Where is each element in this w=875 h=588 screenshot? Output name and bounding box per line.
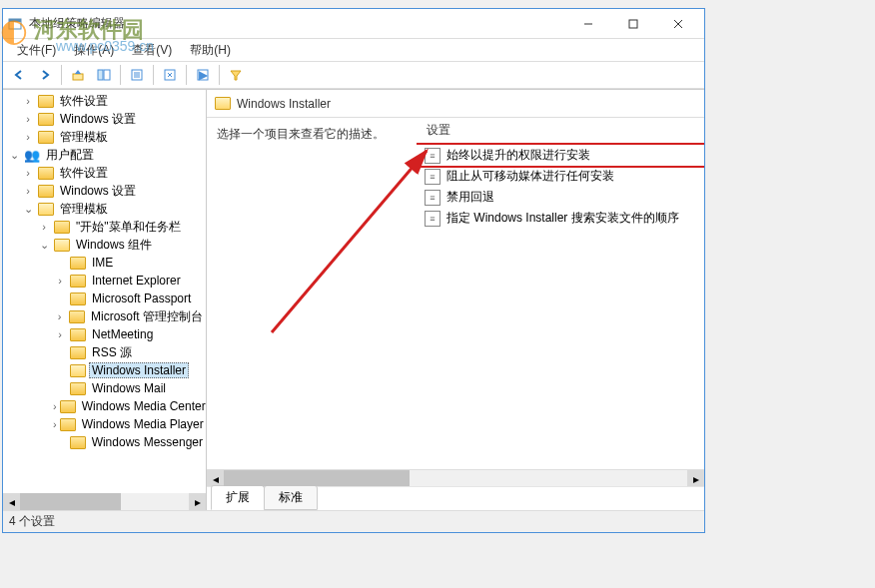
scroll-thumb[interactable] (20, 493, 121, 510)
folder-icon (69, 308, 85, 324)
tree-node-user-config[interactable]: ⌄👥用户配置 (3, 146, 206, 164)
tree-node-admin-templates[interactable]: ›管理模板 (3, 128, 206, 146)
expand-icon[interactable]: › (21, 113, 35, 125)
scroll-left-button[interactable]: ◂ (3, 493, 20, 510)
gpedit-window: 本地组策略编辑器 文件(F) 操作(A) 查看(V) 帮助(H) ▶ ›软件设置… (2, 8, 705, 533)
tree-hscrollbar[interactable]: ◂ ▸ (3, 493, 206, 510)
tab-standard[interactable]: 标准 (264, 485, 318, 510)
expand-icon[interactable]: › (21, 185, 35, 197)
folder-open-icon (54, 237, 70, 253)
content-title: Windows Installer (237, 97, 331, 111)
expand-icon[interactable]: › (21, 95, 35, 107)
up-button[interactable] (66, 63, 90, 87)
scroll-track[interactable] (20, 493, 189, 510)
tree-node-start-taskbar[interactable]: ›"开始"菜单和任务栏 (3, 218, 206, 236)
tree-node-rss[interactable]: RSS 源 (3, 343, 206, 361)
expand-icon[interactable]: › (21, 167, 35, 179)
back-button[interactable] (7, 63, 31, 87)
filter-button[interactable] (224, 63, 248, 87)
tree-node-netmeeting[interactable]: ›NetMeeting (3, 325, 206, 343)
tree-node-software-settings-2[interactable]: ›软件设置 (3, 164, 206, 182)
help-button[interactable]: ▶ (191, 63, 215, 87)
tree-node-windows-components[interactable]: ⌄Windows 组件 (3, 236, 206, 254)
settings-column: 设置 ≡ 始终以提升的权限进行安装 ≡ 阻止从可移动媒体进行任何安装 ≡ 禁用回… (417, 118, 704, 469)
tree-pane: ›软件设置 ›Windows 设置 ›管理模板 ⌄👥用户配置 ›软件设置 ›Wi… (3, 90, 207, 510)
expand-icon[interactable]: › (53, 328, 67, 340)
tab-extended[interactable]: 扩展 (211, 485, 265, 510)
folder-icon (60, 398, 76, 414)
policy-icon: ≡ (425, 211, 440, 227)
tree-node-admin-templates-2[interactable]: ⌄管理模板 (3, 200, 206, 218)
tree-node-software-settings[interactable]: ›软件设置 (3, 92, 206, 110)
policy-icon: ≡ (425, 148, 440, 164)
policy-icon: ≡ (425, 190, 440, 206)
folder-open-icon (215, 97, 231, 110)
expand-icon[interactable]: › (37, 221, 51, 233)
expand-icon[interactable]: › (53, 418, 57, 430)
folder-icon (38, 93, 54, 109)
show-hide-tree-button[interactable] (92, 63, 116, 87)
content-tabs: 扩展 标准 (207, 486, 704, 510)
policy-item-removable[interactable]: ≡ 阻止从可移动媒体进行任何安装 (417, 166, 704, 187)
policy-item-search-order[interactable]: ≡ 指定 Windows Installer 搜索安装文件的顺序 (417, 208, 704, 229)
tree-node-windows-installer[interactable]: Windows Installer (3, 361, 206, 379)
expand-icon[interactable]: › (21, 131, 35, 143)
svg-rect-3 (629, 20, 637, 28)
policy-label: 禁用回退 (446, 189, 494, 206)
collapse-icon[interactable]: ⌄ (21, 203, 35, 216)
tree-node-ime[interactable]: IME (3, 254, 206, 272)
close-button[interactable] (655, 10, 700, 38)
folder-open-icon (70, 362, 86, 378)
tree-node-passport[interactable]: Microsoft Passport (3, 290, 206, 307)
folder-open-icon (38, 201, 54, 217)
tree-node-windows-mail[interactable]: Windows Mail (3, 379, 206, 397)
expand-icon[interactable]: › (53, 400, 57, 412)
description-column: 选择一个项目来查看它的描述。 (207, 118, 417, 469)
content-hscrollbar[interactable]: ◂ ▸ (207, 469, 704, 486)
menu-file[interactable]: 文件(F) (9, 40, 64, 61)
folder-icon (70, 255, 86, 271)
maximize-button[interactable] (610, 10, 655, 38)
tree-node-mmc[interactable]: ›Microsoft 管理控制台 (3, 307, 206, 325)
expand-icon[interactable]: › (53, 310, 66, 322)
toolbar: ▶ (3, 61, 704, 89)
refresh-button[interactable] (158, 63, 182, 87)
tree-node-ie[interactable]: ›Internet Explorer (3, 272, 206, 290)
forward-button[interactable] (33, 63, 57, 87)
tree-node-wmc[interactable]: ›Windows Media Center (3, 397, 206, 415)
column-header-setting[interactable]: 设置 (417, 118, 704, 145)
collapse-icon[interactable]: ⌄ (7, 149, 21, 162)
folder-icon (70, 326, 86, 342)
folder-icon (70, 273, 86, 289)
tree-node-windows-settings-2[interactable]: ›Windows 设置 (3, 182, 206, 200)
toolbar-separator (120, 65, 121, 85)
app-icon (7, 16, 23, 32)
user-icon: 👥 (24, 147, 40, 163)
tree-scroll[interactable]: ›软件设置 ›Windows 设置 ›管理模板 ⌄👥用户配置 ›软件设置 ›Wi… (3, 90, 206, 493)
export-button[interactable] (125, 63, 149, 87)
scroll-track[interactable] (224, 470, 687, 486)
folder-icon (38, 111, 54, 127)
minimize-button[interactable] (565, 10, 610, 38)
main-area: ›软件设置 ›Windows 设置 ›管理模板 ⌄👥用户配置 ›软件设置 ›Wi… (3, 89, 704, 510)
expand-icon[interactable]: › (53, 275, 67, 287)
folder-icon (54, 219, 70, 235)
scroll-thumb[interactable] (224, 470, 410, 486)
folder-icon (38, 165, 54, 181)
content-body: 选择一个项目来查看它的描述。 设置 ≡ 始终以提升的权限进行安装 ≡ 阻止从可移… (207, 118, 704, 469)
tree-node-wmp[interactable]: ›Windows Media Player (3, 415, 206, 433)
tree-node-windows-settings[interactable]: ›Windows 设置 (3, 110, 206, 128)
policy-item-elevate[interactable]: ≡ 始终以提升的权限进行安装 (417, 145, 704, 166)
policy-item-rollback[interactable]: ≡ 禁用回退 (417, 187, 704, 208)
scroll-right-button[interactable]: ▸ (687, 470, 704, 487)
menu-action[interactable]: 操作(A) (66, 40, 122, 61)
svg-rect-6 (73, 74, 83, 80)
menu-help[interactable]: 帮助(H) (182, 40, 239, 61)
tree-node-messenger[interactable]: Windows Messenger (3, 433, 206, 451)
scroll-right-button[interactable]: ▸ (189, 493, 206, 510)
menu-view[interactable]: 查看(V) (124, 40, 180, 61)
folder-icon (70, 380, 86, 396)
svg-rect-8 (104, 70, 110, 80)
collapse-icon[interactable]: ⌄ (37, 239, 51, 252)
svg-rect-7 (98, 70, 103, 80)
